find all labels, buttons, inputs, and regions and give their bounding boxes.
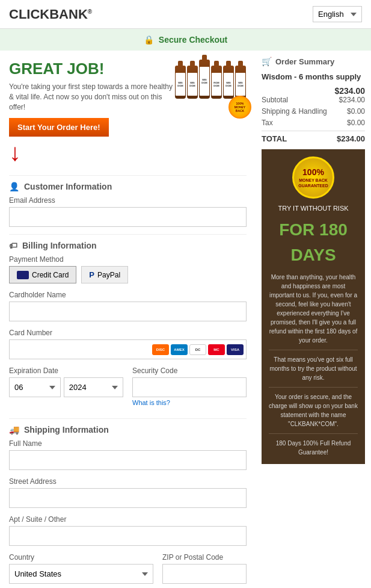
apt-group: Apt / Suite / Other [9,515,247,546]
country-group: Country United States CanadaUnited Kingd… [9,553,153,584]
tag-icon: 🏷 [9,241,17,250]
customer-section-title: Customer Information [24,182,112,191]
hero-headline: GREAT JOB! [9,60,174,78]
country-select[interactable]: United States CanadaUnited KingdomAustra… [9,564,153,584]
product-image: WISDOM WISDOM WISDOM ROMDOM WISDOM WISDO… [174,60,247,114]
badge-text: 100%MONEYBACK [235,102,245,113]
total-row: TOTAL $234.00 [262,131,365,143]
paypal-icon: P [89,270,94,279]
cardholder-group: Cardholder Name [9,291,247,321]
guarantee-divider2 [269,387,358,388]
cta-button[interactable]: Start Your Order Here! [9,118,109,137]
total-value: $234.00 [337,134,365,143]
product-bottles: WISDOM WISDOM WISDOM ROMDOM WISDOM WISDO… [174,60,247,99]
try-text: TRY IT WITHOUT RISK [269,203,358,214]
bottle-6: WISDOM [235,66,246,99]
street-label: Street Address [9,477,247,486]
truck-icon: 🚚 [9,425,19,435]
order-summary-title: 🛒 Order Summary [262,57,365,66]
zip-group: ZIP or Postal Code [162,553,247,584]
email-input[interactable] [9,207,247,227]
guarantee-body4: 180 Days 100% Full Refund Guarantee! [269,439,358,457]
country-zip-row: Country United States CanadaUnited Kingd… [9,553,247,588]
tax-row: Tax $0.00 [262,119,365,127]
arrow-down-icon: ↓ [9,139,174,166]
paypal-button[interactable]: P PayPal [81,266,128,283]
cardholder-input[interactable] [9,302,247,321]
apt-input[interactable] [9,526,247,546]
email-label: Email Address [9,196,247,205]
expiry-selects: 06 0102030405 070809101112 2024 20252026… [9,377,123,397]
guarantee-badge: 100% MONEY BACK GUARANTEED [292,156,334,199]
subtotal-row: Subtotal $234.00 [262,96,365,104]
payment-method-label: Payment Method [9,255,247,264]
hero-section: GREAT JOB! You're taking your first step… [9,60,247,166]
bottle-3: WISDOM [199,60,210,99]
country-label: Country [9,553,153,562]
total-label: TOTAL [262,134,287,143]
full-name-group: Full Name [9,439,247,470]
zip-input[interactable] [162,564,247,584]
bottle-4: ROMDOM [211,66,222,99]
secure-checkout-bar: 🔒 Secure Checkout [0,29,371,51]
card-icons: DISC AMEX DC MC VISA [152,344,244,355]
street-input[interactable] [9,488,247,508]
days-text: FOR 180 DAYS [269,217,358,268]
security-code-input[interactable] [132,377,247,397]
expiry-label: Expiration Date [9,367,123,375]
lock-icon: 🔒 [144,35,154,45]
security-group: Security Code What is this? [132,367,247,406]
guarantee-money-back: MONEY BACK [298,178,328,183]
order-summary-label: Order Summary [275,57,334,66]
subtotal-value: $234.00 [339,96,365,104]
billing-section-header: 🏷 Billing Information [9,234,247,255]
cart-icon: 🛒 [262,57,272,66]
card-number-label: Card Number [9,329,247,337]
order-product-price: $234.00 [262,86,365,96]
payment-method-group: Payment Method Credit Card P PayPal [9,255,247,283]
mastercard-icon: MC [208,344,225,355]
header: CLICKBANK® English Spanish French [0,0,371,29]
logo: CLICKBANK® [9,7,92,22]
amex-icon: AMEX [171,344,188,355]
hero-text: GREAT JOB! You're taking your first step… [9,60,174,166]
expiry-month-select[interactable]: 06 0102030405 070809101112 [9,377,61,397]
expiry-group: Expiration Date 06 0102030405 0708091011… [9,367,123,406]
guarantee-badge-inner: 100% MONEY BACK GUARANTEED [298,167,328,188]
product-badge: 100%MONEYBACK [228,96,251,119]
shipping-section-header: 🚚 Shipping Information [9,418,247,439]
shipping-value: $0.00 [347,107,365,116]
guarantee-body1: More than anything, your health and happ… [269,273,358,345]
shipping-section-title: Shipping Information [24,425,109,435]
security-label: Security Code [132,367,247,375]
bottle-2: WISDOM [187,66,198,99]
paypal-label: PayPal [97,271,120,279]
expiry-year-select[interactable]: 2024 20252026202720282029 [64,377,123,397]
diners-icon: DC [189,344,206,355]
secure-checkout-text: Secure Checkout [159,35,227,45]
guarantee-divider1 [269,350,358,350]
main-layout: GREAT JOB! You're taking your first step… [0,51,371,588]
zip-label: ZIP or Postal Code [162,553,247,562]
hero-description: You're taking your first step towards a … [9,82,174,112]
guarantee-divider3 [269,433,358,434]
person-icon: 👤 [9,182,19,191]
tax-value: $0.00 [347,119,365,127]
order-summary: 🛒 Order Summary Wisdom - 6 months supply… [262,57,365,143]
full-name-input[interactable] [9,450,247,470]
logo-bank: BANK [49,7,88,22]
shipping-row: Shipping & Handling $0.00 [262,107,365,116]
credit-card-icon [17,271,29,279]
card-number-group: Card Number DISC AMEX DC MC VISA [9,329,247,359]
visa-icon: VISA [227,344,244,355]
language-select[interactable]: English Spanish French [313,6,362,22]
full-name-label: Full Name [9,439,247,448]
credit-card-button[interactable]: Credit Card [9,266,76,283]
guarantee-box: 100% MONEY BACK GUARANTEED TRY IT WITHOU… [262,149,365,464]
billing-section-title: Billing Information [22,241,97,250]
apt-label: Apt / Suite / Other [9,515,247,524]
what-is-this-link[interactable]: What is this? [132,399,247,406]
shipping-label: Shipping & Handling [262,107,327,116]
discover-icon: DISC [152,344,169,355]
guarantee-body3: Your order is secure, and the charge wil… [269,392,358,429]
